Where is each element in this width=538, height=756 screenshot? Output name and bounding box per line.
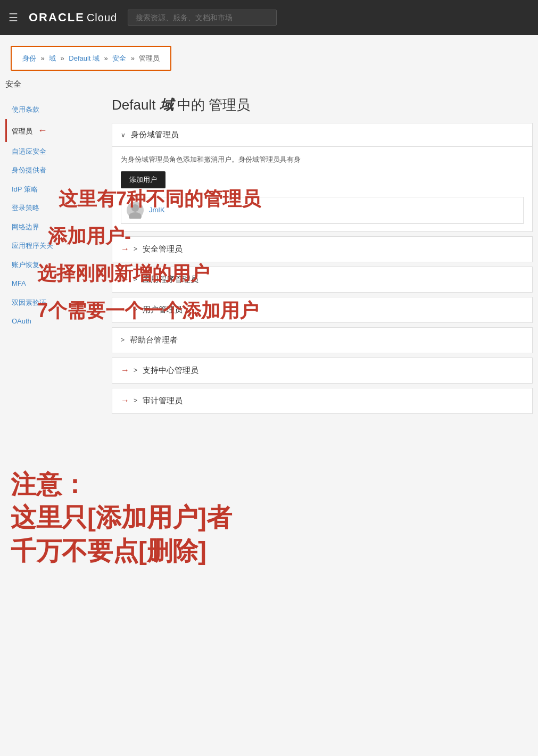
sidebar-item-idp-policy[interactable]: IdP 策略 (5, 180, 112, 199)
section-label: 安全 (5, 79, 21, 88)
identity-domain-title: 身份域管理员 (131, 130, 179, 140)
expand-icon-app: > (134, 276, 137, 283)
breadcrumb-domain[interactable]: 域 (49, 54, 56, 62)
note-title: 注意： (11, 468, 232, 501)
identity-domain-admin-section: ∨ 身份域管理员 为身份域管理员角色添加和撤消用户。身份域管理员具有身 添加用户 (112, 123, 533, 232)
identity-domain-admin-header[interactable]: ∨ 身份域管理员 (112, 123, 532, 147)
collapse-icon: ∨ (121, 131, 126, 139)
annotation-note: 注意： 这里只[添加用户]者 千万不要点[删除] (11, 468, 232, 568)
sidebar-item-oauth[interactable]: OAuth (5, 312, 112, 331)
breadcrumb-default-domain[interactable]: Default 域 (69, 54, 100, 62)
security-admin-arrow: → (121, 244, 129, 254)
user-name[interactable]: JmIK (149, 206, 165, 214)
sidebar: 使用条款 管理员 ← 自适应安全 身份提供者 IdP 策略 登录策略 网络边界 (5, 96, 112, 418)
note-line1: 这里只[添加用户]者 (11, 501, 232, 534)
expand-icon-audit: > (134, 397, 137, 404)
breadcrumb-security[interactable]: 安全 (112, 54, 126, 62)
search-input[interactable] (128, 10, 277, 26)
identity-domain-description: 为身份域管理员角色添加和撤消用户。身份域管理员具有身 (121, 154, 524, 165)
support-admin-arrow: → (121, 365, 129, 375)
add-user-button[interactable]: 添加用户 (121, 171, 165, 188)
breadcrumb-current: 管理员 (139, 54, 160, 62)
note-line2: 千万不要点[删除] (11, 535, 232, 568)
app-admin-section[interactable]: → > 应用程序管理员 (112, 267, 533, 293)
identity-domain-body: 为身份域管理员角色添加和撤消用户。身份域管理员具有身 添加用户 JmIK (112, 147, 532, 231)
page-header: 安全 (5, 71, 533, 94)
app-admin-arrow: → (121, 275, 129, 284)
support-admin-title: 支持中心管理员 (143, 365, 198, 376)
cloud-brand: Cloud (87, 12, 117, 24)
title-default: Default (112, 97, 155, 113)
expand-icon-user: > (134, 306, 137, 313)
sidebar-item-login-policy[interactable]: 登录策略 (5, 198, 112, 218)
hamburger-menu[interactable]: ☰ (9, 11, 18, 24)
avatar (127, 202, 144, 219)
sidebar-item-2fa[interactable]: 双因素验证 (5, 293, 112, 312)
expand-icon-support: > (134, 367, 137, 374)
user-admin-title: 用户管理员 (143, 305, 183, 315)
svg-point-1 (129, 212, 142, 219)
sidebar-item-idp[interactable]: 身份提供者 (5, 161, 112, 180)
sidebar-item-mfa[interactable]: MFA (5, 274, 112, 293)
security-admin-section[interactable]: → > 安全管理员 (112, 236, 533, 262)
admin-arrow-icon: ← (38, 125, 47, 136)
main-content: 使用条款 管理员 ← 自适应安全 身份提供者 IdP 策略 登录策略 网络边界 (5, 96, 533, 418)
breadcrumb: 身份 » 域 » Default 域 » 安全 » 管理员 (11, 46, 171, 71)
helpdesk-admin-title: 帮助台管理者 (130, 335, 178, 345)
title-suffix: 中的 管理员 (177, 97, 250, 113)
sidebar-item-network[interactable]: 网络边界 (5, 218, 112, 237)
app-admin-title: 应用程序管理员 (143, 275, 198, 285)
sidebar-item-app-gateway[interactable]: 应用程序关关 (5, 236, 112, 255)
sidebar-item-admin[interactable]: 管理员 ← (5, 119, 112, 142)
oracle-logo: ORACLE Cloud (29, 11, 117, 24)
top-nav: ☰ ORACLE Cloud (0, 0, 538, 35)
helpdesk-admin-section[interactable]: > 帮助台管理者 (112, 327, 533, 353)
audit-admin-section[interactable]: → > 审计管理员 (112, 388, 533, 414)
breadcrumb-identity[interactable]: 身份 (22, 54, 36, 62)
content-area: Default 域 中的 管理员 ∨ 身份域管理员 为身份域管理员角色添加和撤消… (112, 96, 533, 418)
user-table: JmIK (121, 197, 524, 224)
sidebar-item-adaptive-security[interactable]: 自适应安全 (5, 142, 112, 161)
sidebar-item-account-recovery[interactable]: 账户恢复 (5, 255, 112, 275)
support-admin-section[interactable]: → > 支持中心管理员 (112, 358, 533, 384)
sidebar-item-terms[interactable]: 使用条款 (5, 100, 112, 119)
oracle-brand: ORACLE (29, 11, 85, 24)
svg-point-0 (131, 204, 139, 212)
audit-admin-title: 审计管理员 (143, 396, 183, 406)
expand-icon-helpdesk: > (121, 336, 125, 344)
page-title: Default 域 中的 管理员 (112, 96, 533, 114)
title-domain: 域 (160, 97, 173, 113)
table-row: JmIK (121, 197, 523, 223)
user-admin-section[interactable]: → > 用户管理员 (112, 297, 533, 323)
expand-icon: > (134, 245, 137, 253)
user-admin-arrow: → (121, 305, 129, 314)
audit-admin-arrow: → (121, 396, 129, 405)
security-admin-title: 安全管理员 (143, 244, 183, 254)
